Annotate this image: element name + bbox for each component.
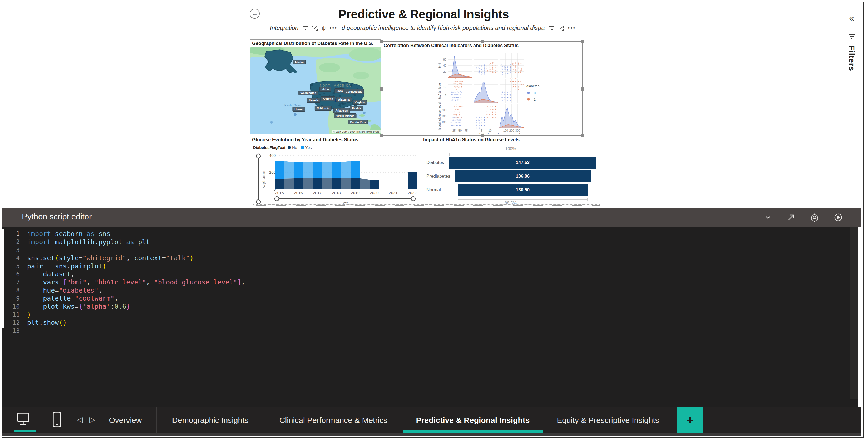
desktop-view-active-indicator [14, 430, 36, 432]
expand-filters-icon[interactable]: « [841, 14, 862, 22]
code-line[interactable]: 8 hue="diabetes", [2, 286, 846, 295]
code-line[interactable]: 7 vars=["bmi", "hbA1c_level", "blood_glu… [2, 278, 846, 286]
map-state-label: Arkansas [333, 108, 350, 113]
glucose-chart-visual[interactable]: Glucose Evolution by Year and Diabetes S… [250, 136, 420, 204]
svg-text:bmi: bmi [458, 133, 463, 134]
python-code-editor[interactable]: 1import seaborn as sns2import matplotlib… [2, 227, 861, 407]
legend-label: No [292, 145, 297, 150]
svg-text:year: year [343, 201, 349, 204]
plus-icon: + [687, 413, 694, 427]
glucose-visual-title: Glucose Evolution by Year and Diabetes S… [250, 136, 420, 143]
map-canvas[interactable]: NORTH AMERICA Pacific Ocean AlaskaWashin… [250, 46, 381, 134]
map-state-label: Idaho [319, 87, 331, 92]
page-tab-equity-prescriptive-insights[interactable]: Equity & Prescriptive Insights [543, 407, 673, 433]
funnel-bar[interactable]: 130.50 [458, 184, 588, 196]
selection-handle[interactable] [380, 134, 383, 137]
svg-text:200: 200 [509, 129, 514, 132]
page-tab-label: Overview [109, 416, 142, 425]
code-line[interactable]: 4sns.set(style="whitegrid", context="tal… [2, 254, 846, 262]
map-visual[interactable]: Geographical Distribution of Diabetes Ra… [250, 40, 381, 135]
code-line[interactable]: 6 dataset, [2, 270, 846, 278]
page-navigation-bar: ◁ ▷ OverviewDemographic InsightsClinical… [2, 407, 861, 433]
collapse-editor-icon[interactable] [764, 213, 772, 222]
page-tab-demographic-insights[interactable]: Demographic Insights [156, 407, 264, 433]
code-line[interactable]: 11) [2, 310, 846, 319]
y-zoom-handle-top[interactable] [256, 154, 260, 158]
map-state-label: California [315, 106, 332, 110]
pairplot-visual[interactable]: Correlation Between Clinical Indicators … [381, 41, 583, 136]
funnel-bar[interactable]: 136.86 [455, 170, 591, 182]
x-zoom-handle-left[interactable] [275, 197, 279, 201]
glucose-legend-item[interactable]: No [287, 145, 297, 150]
previous-page-icon[interactable]: ◁ [77, 415, 83, 424]
page-tab-predictive-regional-insights[interactable]: Predictive & Regional Insights [403, 407, 543, 433]
glucose-legend-item[interactable]: Yes [301, 145, 312, 150]
y-zoom-handle-bottom[interactable] [256, 200, 260, 204]
svg-text:10: 10 [443, 85, 446, 89]
svg-text:100: 100 [503, 129, 508, 132]
map-state-label: Nevada [307, 98, 320, 103]
line-number: 2 [2, 238, 27, 245]
focus-mode-icon[interactable] [312, 25, 318, 31]
open-external-ide-icon[interactable] [786, 213, 796, 222]
funnel-chart-visual[interactable]: Impact of HbA1c Status on Glucose Levels… [422, 136, 600, 204]
svg-text:bmi: bmi [438, 63, 441, 68]
script-editor-title: Python script editor [22, 212, 92, 222]
editor-scrollbar[interactable] [858, 227, 861, 407]
selection-handle[interactable] [581, 40, 584, 43]
more-options-icon[interactable]: ••• [330, 25, 337, 31]
code-line[interactable]: 1import seaborn as sns [2, 230, 846, 238]
code-line[interactable]: 2import matplotlib.pyplot as plt [2, 238, 846, 246]
focus-mode-icon[interactable] [558, 25, 564, 31]
selection-handle[interactable] [581, 87, 584, 91]
code-lines[interactable]: 1import seaborn as sns2import matplotlib… [2, 230, 846, 335]
code-text: plot_kws={'alpha':0.6} [27, 303, 130, 310]
map-selection-border [250, 39, 381, 40]
selection-handle[interactable] [581, 134, 584, 137]
selection-handle[interactable] [380, 40, 383, 43]
code-line[interactable]: 5pair = sns.pairplot( [2, 262, 846, 270]
powerbi-window: ← Predictive & Regional Insights Integra… [0, 0, 868, 440]
filter-lines-icon[interactable] [303, 26, 308, 31]
smart-narrative-icon[interactable]: ψ [321, 25, 326, 32]
code-text: dataset, [27, 270, 75, 278]
svg-text:2015: 2015 [275, 191, 284, 195]
page-title: Predictive & Regional Insights [248, 7, 600, 21]
selection-handle[interactable] [480, 134, 484, 137]
legend-dot [287, 146, 291, 149]
svg-text:75: 75 [465, 129, 468, 132]
filter-lines-icon[interactable] [549, 26, 555, 31]
svg-text:10: 10 [488, 129, 491, 132]
svg-text:blood_glucose_level: blood_glucose_level [498, 133, 525, 134]
add-page-button[interactable]: + [677, 407, 704, 433]
code-text: import matplotlib.pyplot as plt [27, 238, 150, 246]
run-script-icon[interactable] [834, 213, 843, 222]
page-tab-label: Equity & Prescriptive Insights [557, 416, 659, 425]
filters-pane-collapsed: « Filters [841, 2, 862, 208]
code-line[interactable]: 10 plot_kws={'alpha':0.6} [2, 302, 846, 310]
selection-handle[interactable] [480, 40, 484, 43]
code-line[interactable]: 12plt.show() [2, 319, 846, 327]
map-state-label: Hawaii [292, 107, 305, 111]
selection-handle[interactable] [380, 87, 383, 91]
svg-text:50: 50 [459, 129, 462, 132]
code-line[interactable]: 3 [2, 246, 846, 254]
x-zoom-handle-right[interactable] [411, 197, 415, 201]
svg-text:hbA1c_level: hbA1c_level [438, 82, 441, 99]
map-state-label: Virgin Islands [334, 113, 356, 118]
page-tab-clinical-performance-metrics[interactable]: Clinical Performance & Metrics [264, 407, 403, 433]
map-ocean-label: Pacific Ocean [284, 104, 302, 107]
script-options-gear-icon[interactable] [810, 213, 819, 222]
page-tab-overview[interactable]: Overview [94, 407, 156, 433]
funnel-bar[interactable]: 147.53 [449, 157, 596, 169]
code-text: plt.show() [27, 319, 67, 326]
code-line[interactable]: 13 [2, 327, 846, 335]
report-canvas-section: ← Predictive & Regional Insights Integra… [2, 2, 841, 208]
funnel-category-label: Normal [426, 184, 441, 196]
funnel-top-axis [449, 154, 596, 154]
svg-text:40: 40 [443, 64, 446, 67]
desktop-view-icon[interactable] [15, 412, 31, 427]
code-line[interactable]: 9 palette="coolwarm", [2, 295, 846, 303]
more-options-icon[interactable]: ••• [568, 25, 576, 31]
mobile-view-icon[interactable] [52, 411, 62, 428]
